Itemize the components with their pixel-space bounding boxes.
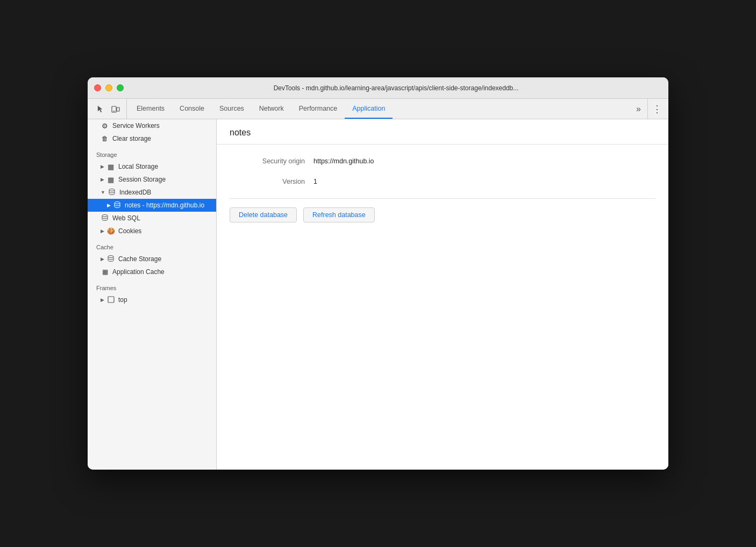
sidebar-item-cookies[interactable]: ▶ 🍪 Cookies [88, 225, 216, 237]
cache-section-header: Cache [88, 237, 216, 253]
sidebar-item-top-frame[interactable]: ▶ top [88, 293, 216, 306]
chevron-right-icon: ▶ [101, 256, 104, 262]
tab-application[interactable]: Application [345, 99, 393, 119]
minimize-button[interactable] [105, 84, 112, 91]
cache-storage-label: Cache Storage [118, 255, 161, 263]
action-buttons: Delete database Refresh database [230, 207, 655, 222]
chevron-right-icon: ▶ [101, 297, 104, 303]
app-cache-icon: ▦ [101, 268, 109, 276]
notes-db-label: notes - https://mdn.github.io [125, 201, 204, 209]
sidebar-item-web-sql[interactable]: Web SQL [88, 212, 216, 225]
sidebar-item-local-storage[interactable]: ▶ ▦ Local Storage [88, 160, 216, 173]
chevron-down-icon: ▼ [101, 190, 105, 195]
tabbar: Elements Console Sources Network Perform… [88, 99, 668, 119]
titlebar: DevTools - mdn.github.io/learning-area/j… [88, 77, 668, 99]
delete-database-button[interactable]: Delete database [230, 207, 297, 222]
chevron-right-icon: ▶ [101, 164, 104, 169]
frame-icon [106, 296, 115, 304]
sidebar-item-clear-storage[interactable]: 🗑 Clear storage [88, 132, 216, 145]
app-cache-label: Application Cache [112, 268, 165, 276]
security-origin-row: Security origin https://mdn.github.io [230, 157, 655, 165]
version-value: 1 [313, 178, 317, 185]
sidebar: ⚙ Service Workers 🗑 Clear storage Storag… [88, 119, 217, 470]
sidebar-item-session-storage[interactable]: ▶ ▦ Session Storage [88, 173, 216, 186]
svg-point-4 [115, 201, 120, 204]
devtools-menu-button[interactable]: ⋮ [647, 99, 666, 119]
svg-point-6 [108, 255, 113, 257]
sidebar-item-service-workers[interactable]: ⚙ Service Workers [88, 119, 216, 132]
local-storage-label: Local Storage [118, 163, 158, 170]
web-sql-label: Web SQL [112, 214, 140, 222]
db-title: notes [230, 128, 251, 137]
cache-storage-icon [106, 255, 115, 264]
session-storage-label: Session Storage [118, 176, 166, 183]
toolbar-tools [90, 99, 127, 119]
content-header: notes [217, 119, 668, 145]
close-button[interactable] [94, 84, 101, 91]
sidebar-item-indexeddb[interactable]: ▼ IndexedDB [88, 186, 216, 199]
local-storage-icon: ▦ [106, 163, 115, 171]
storage-section-header: Storage [88, 145, 216, 160]
sidebar-item-cache-storage[interactable]: ▶ Cache Storage [88, 253, 216, 265]
tab-performance[interactable]: Performance [291, 99, 345, 119]
chevron-right-icon: ▶ [101, 228, 104, 234]
maximize-button[interactable] [117, 84, 124, 91]
window-title: DevTools - mdn.github.io/learning-area/j… [130, 84, 662, 92]
content-panel: notes Security origin https://mdn.github… [217, 119, 668, 470]
top-frame-label: top [118, 296, 127, 304]
chevron-right-icon: ▶ [101, 177, 104, 182]
tab-overflow-button[interactable]: » [632, 99, 645, 119]
chevron-right-icon: ▶ [107, 203, 111, 208]
cookies-icon: 🍪 [106, 227, 115, 235]
svg-rect-1 [117, 107, 119, 111]
traffic-lights [94, 84, 124, 91]
devtools-window: DevTools - mdn.github.io/learning-area/j… [88, 77, 668, 470]
service-workers-label: Service Workers [112, 122, 160, 129]
svg-point-3 [109, 189, 115, 191]
content-body: Security origin https://mdn.github.io Ve… [217, 145, 668, 470]
sidebar-item-notes-db[interactable]: ▶ notes - https://mdn.github.io [88, 199, 216, 212]
divider [230, 198, 655, 199]
svg-point-5 [102, 214, 108, 217]
indexeddb-label: IndexedDB [119, 189, 151, 196]
trash-icon: 🗑 [101, 135, 109, 142]
session-storage-icon: ▦ [106, 176, 115, 184]
inspect-cursor-icon[interactable] [94, 103, 107, 116]
frames-section-header: Frames [88, 278, 216, 293]
version-row: Version 1 [230, 178, 655, 185]
tab-network[interactable]: Network [252, 99, 291, 119]
indexeddb-icon [108, 188, 116, 197]
cookies-label: Cookies [118, 227, 141, 235]
web-sql-icon [101, 214, 109, 223]
security-origin-value: https://mdn.github.io [313, 157, 374, 165]
sidebar-item-app-cache[interactable]: ▦ Application Cache [88, 265, 216, 278]
tab-console[interactable]: Console [172, 99, 212, 119]
tab-elements[interactable]: Elements [129, 99, 172, 119]
device-mode-icon[interactable] [109, 103, 122, 116]
refresh-database-button[interactable]: Refresh database [303, 207, 375, 222]
tab-list: Elements Console Sources Network Perform… [129, 99, 632, 119]
svg-rect-7 [108, 297, 114, 303]
security-origin-label: Security origin [230, 157, 305, 165]
tab-sources[interactable]: Sources [212, 99, 252, 119]
gear-icon: ⚙ [101, 122, 109, 130]
main-area: ⚙ Service Workers 🗑 Clear storage Storag… [88, 119, 668, 470]
clear-storage-label: Clear storage [112, 135, 151, 142]
version-label: Version [230, 178, 305, 185]
notes-db-icon [113, 201, 122, 210]
